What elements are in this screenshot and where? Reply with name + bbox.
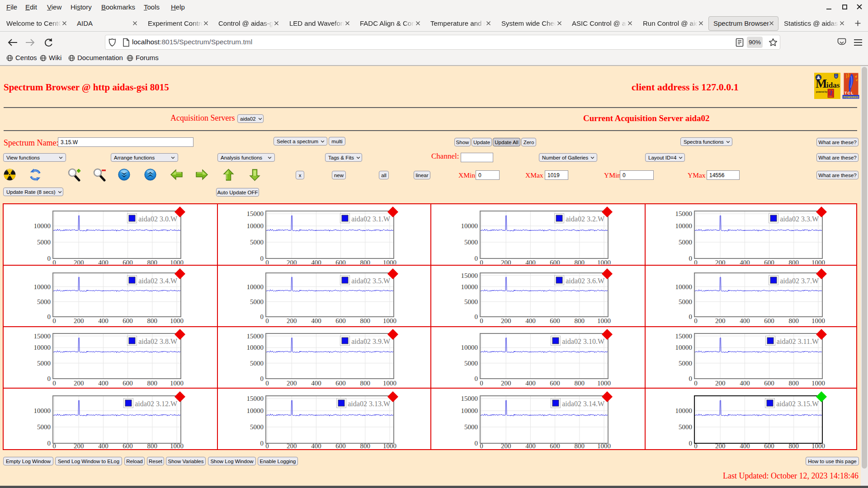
svg-text:600: 600: [335, 442, 346, 449]
svg-text:800: 800: [360, 259, 371, 264]
svg-text:0: 0: [47, 313, 51, 320]
svg-text:800: 800: [575, 259, 585, 264]
svg-text:0: 0: [52, 380, 56, 387]
svg-text:0: 0: [689, 255, 693, 262]
svg-text:800: 800: [360, 442, 371, 449]
svg-text:600: 600: [550, 442, 560, 449]
svg-text:0: 0: [52, 317, 56, 324]
svg-text:5000: 5000: [679, 360, 692, 367]
svg-text:10000: 10000: [34, 407, 51, 414]
svg-text:600: 600: [764, 442, 774, 449]
svg-text:400: 400: [98, 380, 108, 387]
svg-text:800: 800: [789, 317, 799, 324]
svg-text:1000: 1000: [597, 380, 611, 387]
svg-text:1000: 1000: [811, 442, 825, 449]
svg-text:200: 200: [287, 259, 297, 264]
svg-text:M: M: [816, 77, 827, 90]
svg-text:800: 800: [147, 259, 158, 264]
svg-text:0: 0: [480, 317, 483, 324]
svg-text:0: 0: [689, 313, 693, 320]
svg-text:600: 600: [764, 259, 774, 264]
svg-text:5000: 5000: [37, 360, 51, 367]
svg-text:15000: 15000: [461, 272, 478, 279]
svg-text:800: 800: [147, 380, 158, 387]
svg-text:0: 0: [689, 440, 693, 447]
svg-text:0: 0: [475, 375, 478, 382]
svg-text:aida02 3.10.W: aida02 3.10.W: [562, 338, 605, 345]
svg-text:5000: 5000: [679, 239, 692, 246]
svg-text:0: 0: [265, 380, 269, 387]
svg-text:1000: 1000: [597, 317, 611, 324]
svg-text:5000: 5000: [464, 239, 478, 246]
svg-text:600: 600: [764, 380, 774, 387]
svg-text:0: 0: [52, 442, 56, 449]
svg-text:400: 400: [525, 259, 536, 264]
svg-text:aida02 3.4.W: aida02 3.4.W: [138, 277, 178, 285]
svg-text:1000: 1000: [811, 317, 825, 324]
svg-text:200: 200: [501, 380, 511, 387]
svg-text:400: 400: [525, 317, 536, 324]
svg-text:1000: 1000: [383, 259, 396, 264]
svg-text:1000: 1000: [170, 380, 184, 387]
svg-text:10000: 10000: [675, 222, 693, 230]
svg-text:aida02 3.5.W: aida02 3.5.W: [351, 277, 391, 285]
svg-text:400: 400: [311, 380, 321, 387]
svg-text:0: 0: [480, 259, 483, 264]
svg-text:1000: 1000: [170, 317, 184, 324]
svg-text:aida02 3.1.W: aida02 3.1.W: [351, 215, 391, 223]
svg-text:800: 800: [789, 380, 799, 387]
svg-text:0: 0: [694, 442, 698, 449]
svg-text:10000: 10000: [247, 283, 264, 291]
svg-text:0: 0: [47, 440, 51, 447]
svg-text:aida02 3.15.W: aida02 3.15.W: [776, 400, 819, 408]
svg-text:600: 600: [550, 317, 560, 324]
svg-text:5000: 5000: [250, 239, 264, 246]
svg-text:10000: 10000: [461, 222, 478, 230]
svg-text:600: 600: [123, 317, 133, 324]
svg-text:600: 600: [764, 317, 774, 324]
svg-text:5000: 5000: [464, 360, 478, 367]
svg-text:200: 200: [74, 380, 84, 387]
svg-text:15000: 15000: [247, 210, 264, 217]
svg-text:600: 600: [335, 259, 346, 264]
svg-text:5000: 5000: [250, 298, 264, 305]
svg-text:0: 0: [480, 380, 483, 387]
svg-text:400: 400: [525, 442, 536, 449]
svg-text:5000: 5000: [37, 423, 51, 431]
svg-text:200: 200: [501, 317, 511, 324]
svg-text:aida02 3.0.W: aida02 3.0.W: [138, 215, 178, 223]
svg-text:10000: 10000: [34, 222, 51, 230]
svg-text:powered by: powered by: [816, 91, 828, 93]
svg-text:10000: 10000: [461, 407, 478, 414]
svg-text:15000: 15000: [34, 333, 51, 340]
svg-text:0: 0: [260, 255, 264, 262]
svg-text:600: 600: [550, 259, 560, 264]
svg-text:200: 200: [715, 259, 726, 264]
svg-text:200: 200: [74, 442, 84, 449]
svg-text:800: 800: [575, 317, 585, 324]
svg-text:10000: 10000: [675, 407, 693, 414]
svg-text:200: 200: [715, 442, 726, 449]
svg-text:aida02 3.6.W: aida02 3.6.W: [566, 277, 605, 285]
svg-text:600: 600: [335, 380, 346, 387]
svg-text:800: 800: [360, 317, 371, 324]
svg-text:1000: 1000: [811, 259, 825, 264]
svg-text:600: 600: [123, 442, 133, 449]
svg-text:10000: 10000: [675, 344, 693, 351]
svg-text:1000: 1000: [811, 380, 825, 387]
svg-text:400: 400: [311, 442, 321, 449]
svg-text:idas: idas: [826, 81, 840, 89]
svg-text:0: 0: [260, 313, 264, 320]
svg-text:aida02 3.3.W: aida02 3.3.W: [780, 215, 819, 223]
svg-text:1000: 1000: [170, 442, 184, 449]
svg-text:400: 400: [311, 259, 321, 264]
svg-text:200: 200: [501, 259, 511, 264]
svg-text:0: 0: [694, 259, 698, 264]
svg-text:400: 400: [740, 380, 750, 387]
svg-text:0: 0: [480, 442, 483, 449]
svg-text:5000: 5000: [679, 298, 692, 305]
svg-text:15000: 15000: [247, 333, 264, 340]
svg-text:800: 800: [789, 259, 799, 264]
svg-text:1000: 1000: [170, 259, 184, 264]
svg-text:5000: 5000: [250, 423, 264, 431]
